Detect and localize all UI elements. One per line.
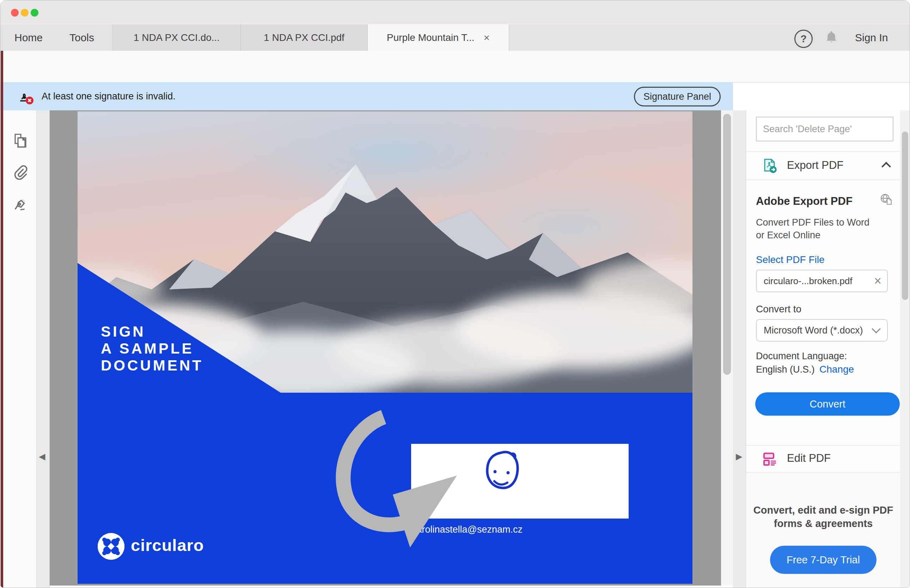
collapse-right-arrow-icon[interactable]: ▶: [736, 452, 742, 462]
document-language-label: Document Language:: [756, 351, 847, 362]
acrobat-window: Home Tools 1 NDA PX CCI.do... 1 NDA PX C…: [0, 0, 910, 588]
format-dropdown[interactable]: Microsoft Word (*.docx): [756, 319, 888, 342]
page-title-line3: DOCUMENT: [101, 357, 204, 374]
signature-panel-button[interactable]: Signature Panel: [634, 87, 721, 107]
main-toolbar: 1 / 2 72.1% ▾ ▾: [0, 51, 910, 82]
selected-file-name: circularo-...broken.pdf: [764, 276, 852, 287]
document-scrollbar[interactable]: [721, 110, 733, 586]
tab-home[interactable]: Home: [15, 24, 43, 51]
remove-file-icon[interactable]: ×: [874, 275, 881, 287]
close-window-button[interactable]: [11, 9, 19, 16]
collapse-left-arrow-icon[interactable]: ◀: [39, 452, 45, 462]
promo-line1: Convert, edit and e-sign PDF: [746, 503, 900, 517]
document-tab-2-label: 1 NDA PX CCI.pdf: [264, 32, 344, 44]
document-tab-1[interactable]: 1 NDA PX CCI.do...: [113, 24, 241, 51]
minimize-window-button[interactable]: [21, 9, 29, 16]
notifications-bell-icon[interactable]: [823, 29, 839, 45]
convert-to-label: Convert to: [756, 304, 802, 315]
tab-tools[interactable]: Tools: [70, 24, 94, 51]
signature-doodle-face: [473, 445, 530, 501]
free-trial-button[interactable]: Free 7-Day Trial: [770, 546, 876, 574]
format-dropdown-value: Microsoft Word (*.docx): [764, 325, 863, 336]
right-collapse-gutter: ▶: [733, 110, 746, 588]
promo-card: Convert, edit and e-sign PDF forms & agr…: [746, 472, 900, 588]
circularo-logo-text: circularo: [131, 535, 204, 555]
zoom-window-button[interactable]: [31, 9, 39, 16]
adobe-export-pdf-heading: Adobe Export PDF: [756, 195, 853, 208]
left-sidebar: [3, 110, 37, 588]
export-description: Convert PDF Files to Word or Excel Onlin…: [756, 216, 876, 241]
document-tab-active[interactable]: Purple Mountain T... ×: [367, 24, 509, 51]
tools-panel: Export PDF Adobe Export PDF Convert PDF …: [746, 110, 900, 588]
window-chrome: Home Tools 1 NDA PX CCI.do... 1 NDA PX C…: [0, 0, 910, 588]
document-tab-1-label: 1 NDA PX CCI.do...: [134, 32, 220, 44]
document-scrollbar-thumb[interactable]: [723, 114, 731, 375]
close-tab-icon[interactable]: ×: [483, 32, 490, 43]
chevron-down-icon: [871, 324, 880, 333]
circularo-logo-icon: [98, 533, 124, 560]
document-tab-active-label: Purple Mountain T...: [387, 32, 475, 44]
page-title-line1: SIGN: [101, 323, 204, 340]
titlebar: [0, 0, 910, 24]
page-title-line2: A SAMPLE: [101, 340, 204, 357]
panel-scrollbar[interactable]: [900, 110, 910, 588]
banner-message: At least one signature is invalid.: [42, 82, 176, 110]
selected-file-chip: circularo-...broken.pdf ×: [756, 270, 888, 292]
signature-banner: At least one signature is invalid. Signa…: [0, 82, 733, 110]
promo-line2: forms & agreements: [746, 517, 900, 530]
divider: [746, 180, 900, 180]
document-language-value: English (U.S.): [756, 364, 815, 375]
signer-email: karolinastella@seznam.cz: [412, 524, 522, 535]
signatures-panel-icon[interactable]: [11, 196, 29, 213]
edit-pdf-label: Edit PDF: [787, 452, 831, 465]
edit-pdf-section-header[interactable]: Edit PDF: [746, 446, 900, 472]
page-thumbnails-icon[interactable]: [11, 132, 29, 149]
left-collapse-gutter: ◀: [37, 110, 50, 588]
globe-document-icon: [879, 192, 894, 207]
export-pdf-section-header[interactable]: Export PDF: [746, 152, 900, 180]
search-input[interactable]: [756, 117, 894, 141]
document-tab-2[interactable]: 1 NDA PX CCI.pdf: [241, 24, 368, 51]
signature-invalid-icon: [18, 88, 36, 105]
tab-bar: Home Tools 1 NDA PX CCI.do... 1 NDA PX C…: [0, 24, 910, 51]
help-icon[interactable]: ?: [794, 30, 813, 48]
export-pdf-label: Export PDF: [787, 159, 843, 172]
chevron-up-icon[interactable]: [881, 162, 891, 171]
panel-scrollbar-thumb[interactable]: [902, 131, 908, 300]
change-language-link[interactable]: Change: [819, 364, 854, 375]
edit-pdf-icon: [761, 451, 779, 467]
export-pdf-icon: [761, 158, 779, 174]
convert-button[interactable]: Convert: [755, 393, 900, 416]
select-pdf-file-link[interactable]: Select PDF File: [756, 254, 825, 265]
sign-in-button[interactable]: Sign In: [855, 24, 888, 51]
window-edge-stripe: [1, 51, 3, 588]
page-title: SIGN A SAMPLE DOCUMENT: [101, 323, 204, 374]
attachments-icon[interactable]: [11, 164, 29, 181]
